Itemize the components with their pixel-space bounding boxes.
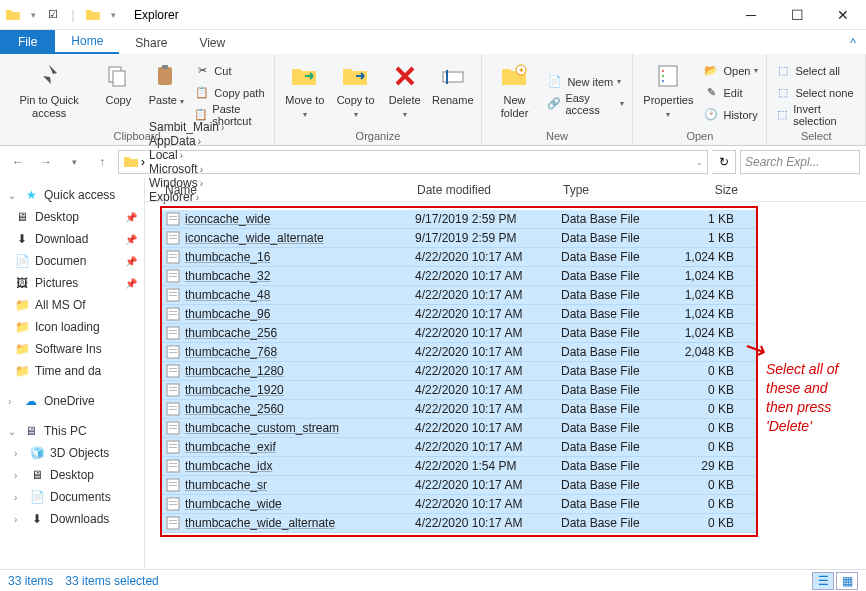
sidebar-item[interactable]: ›📄Documents [0, 486, 144, 508]
search-input[interactable]: Search Expl... [740, 150, 860, 174]
sidebar-item[interactable]: 🖼Pictures📌 [0, 272, 144, 294]
copy-to-button[interactable]: Copy to ▾ [330, 56, 380, 129]
sidebar-item[interactable]: ›⬇Downloads [0, 508, 144, 530]
table-row[interactable]: thumbcache_idx4/22/2020 1:54 PMData Base… [162, 457, 756, 476]
column-date[interactable]: Date modified [417, 183, 563, 197]
invert-selection-button[interactable]: ⬚Invert selection [771, 104, 861, 126]
breadcrumb-segment[interactable]: AppData› [147, 134, 226, 148]
table-row[interactable]: thumbcache_wide_alternate4/22/2020 10:17… [162, 514, 756, 533]
file-icon [165, 325, 181, 341]
svg-point-10 [662, 75, 664, 77]
sidebar-item[interactable]: 📄Documen📌 [0, 250, 144, 272]
view-thumbnails-button[interactable]: ▦ [836, 572, 858, 590]
qat-dropdown-icon[interactable]: ▾ [105, 7, 121, 23]
new-folder-button[interactable]: ✦New folder [486, 56, 544, 129]
history-button[interactable]: 🕑History [699, 104, 762, 126]
table-row[interactable]: thumbcache_wide4/22/2020 10:17 AMData Ba… [162, 495, 756, 514]
file-icon [165, 268, 181, 284]
sidebar-item[interactable]: 📁Time and da [0, 360, 144, 382]
copy-to-icon [340, 60, 372, 92]
nav-forward-button[interactable]: → [34, 150, 58, 174]
nav-recent-button[interactable]: ▾ [62, 150, 86, 174]
column-headers[interactable]: Name Date modified Type Size [145, 178, 866, 202]
maximize-button[interactable]: ☐ [774, 0, 820, 30]
sidebar-item[interactable]: ›🖥Desktop [0, 464, 144, 486]
table-row[interactable]: thumbcache_custom_stream4/22/2020 10:17 … [162, 419, 756, 438]
close-button[interactable]: ✕ [820, 0, 866, 30]
breadcrumb-segment[interactable]: Local› [147, 148, 226, 162]
qat-checked-icon[interactable]: ☑ [45, 7, 61, 23]
folder-icon [123, 154, 139, 170]
breadcrumb-segment[interactable]: Microsoft› [147, 162, 226, 176]
tab-file[interactable]: File [0, 30, 55, 54]
open-button[interactable]: 📂Open ▾ [699, 60, 762, 82]
table-row[interactable]: thumbcache_sr4/22/2020 10:17 AMData Base… [162, 476, 756, 495]
svg-rect-49 [169, 444, 177, 445]
address-dropdown-icon[interactable]: ⌄ [696, 158, 703, 167]
view-details-button[interactable]: ☰ [812, 572, 834, 590]
easy-access-button[interactable]: 🔗Easy access ▾ [543, 93, 628, 115]
breadcrumb[interactable]: › Sambit_Main›AppData›Local›Microsoft›Wi… [118, 150, 708, 174]
nav-icon: ⬇ [29, 511, 45, 527]
svg-rect-13 [169, 216, 177, 217]
tab-share[interactable]: Share [119, 32, 183, 54]
nav-up-button[interactable]: ↑ [90, 150, 114, 174]
breadcrumb-segment[interactable]: Sambit_Main› [147, 120, 226, 134]
new-item-button[interactable]: 📄New item ▾ [543, 71, 628, 93]
nav-icon: 📁 [14, 341, 30, 357]
table-row[interactable]: iconcache_wide_alternate9/17/2019 2:59 P… [162, 229, 756, 248]
table-row[interactable]: thumbcache_19204/22/2020 10:17 AMData Ba… [162, 381, 756, 400]
tab-home[interactable]: Home [55, 30, 119, 54]
group-organize-label: Organize [279, 129, 477, 145]
table-row[interactable]: thumbcache_25604/22/2020 10:17 AMData Ba… [162, 400, 756, 419]
select-all-icon: ⬚ [775, 63, 791, 79]
table-row[interactable]: thumbcache_2564/22/2020 10:17 AMData Bas… [162, 324, 756, 343]
refresh-button[interactable]: ↻ [712, 150, 736, 174]
sidebar-item[interactable]: 📁All MS Of [0, 294, 144, 316]
table-row[interactable]: thumbcache_12804/22/2020 10:17 AMData Ba… [162, 362, 756, 381]
table-row[interactable]: thumbcache_164/22/2020 10:17 AMData Base… [162, 248, 756, 267]
pin-quick-access-button[interactable]: Pin to Quick access [4, 56, 94, 129]
sidebar-item[interactable]: 📁Software Ins [0, 338, 144, 360]
column-type[interactable]: Type [563, 183, 676, 197]
select-none-button[interactable]: ⬚Select none [771, 82, 861, 104]
file-icon [165, 420, 181, 436]
svg-rect-34 [169, 349, 177, 350]
nav-back-button[interactable]: ← [6, 150, 30, 174]
sidebar-item-onedrive[interactable]: ›☁OneDrive [0, 390, 144, 412]
tab-view[interactable]: View [183, 32, 241, 54]
table-row[interactable]: thumbcache_484/22/2020 10:17 AMData Base… [162, 286, 756, 305]
sidebar-item-quick-access[interactable]: ⌄★Quick access [0, 184, 144, 206]
delete-button[interactable]: Delete ▾ [381, 56, 429, 129]
paste-button[interactable]: Paste ▾ [142, 56, 190, 129]
column-name[interactable]: Name [165, 183, 417, 197]
copy-path-button[interactable]: 📋Copy path [190, 82, 270, 104]
qat-dropdown-icon[interactable]: ▾ [25, 7, 41, 23]
table-row[interactable]: thumbcache_exif4/22/2020 10:17 AMData Ba… [162, 438, 756, 457]
select-none-icon: ⬚ [775, 85, 791, 101]
title-bar: ▾ ☑ | ▾ Explorer ─ ☐ ✕ [0, 0, 866, 30]
column-size[interactable]: Size [676, 183, 746, 197]
sidebar-item[interactable]: ›🧊3D Objects [0, 442, 144, 464]
table-row[interactable]: thumbcache_7684/22/2020 10:17 AMData Bas… [162, 343, 756, 362]
properties-button[interactable]: Properties ▾ [637, 56, 699, 129]
group-new-label: New [486, 129, 629, 145]
edit-button[interactable]: ✎Edit [699, 82, 762, 104]
table-row[interactable]: thumbcache_324/22/2020 10:17 AMData Base… [162, 267, 756, 286]
sidebar-item[interactable]: 🖥Desktop📌 [0, 206, 144, 228]
minimize-button[interactable]: ─ [728, 0, 774, 30]
select-all-button[interactable]: ⬚Select all [771, 60, 861, 82]
sidebar-item-this-pc[interactable]: ⌄🖥This PC [0, 420, 144, 442]
sidebar-item[interactable]: 📁Icon loading [0, 316, 144, 338]
new-folder-icon: ✦ [499, 60, 531, 92]
file-icon [165, 477, 181, 493]
table-row[interactable]: thumbcache_964/22/2020 10:17 AMData Base… [162, 305, 756, 324]
nav-icon: 🖼 [14, 275, 30, 291]
rename-button[interactable]: Rename [429, 56, 477, 129]
table-row[interactable]: iconcache_wide9/17/2019 2:59 PMData Base… [162, 210, 756, 229]
cut-button[interactable]: ✂Cut [190, 60, 270, 82]
ribbon-collapse-icon[interactable]: ^ [840, 32, 866, 54]
copy-button[interactable]: Copy [94, 56, 142, 129]
sidebar-item[interactable]: ⬇Download📌 [0, 228, 144, 250]
move-to-button[interactable]: Move to ▾ [279, 56, 330, 129]
